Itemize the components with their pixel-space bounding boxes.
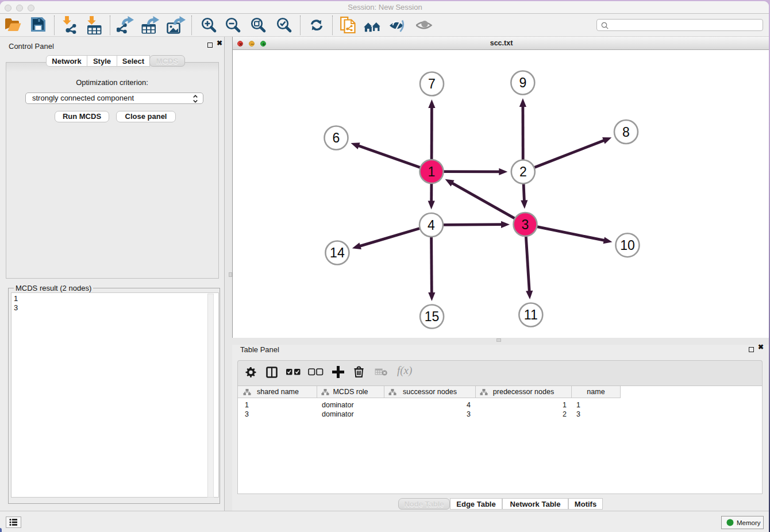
svg-text:10: 10 xyxy=(620,238,635,253)
svg-text:15: 15 xyxy=(425,309,440,324)
svg-text:14: 14 xyxy=(330,245,345,260)
svg-text:4: 4 xyxy=(428,218,435,233)
svg-text:2: 2 xyxy=(519,164,527,179)
svg-text:7: 7 xyxy=(428,76,436,91)
svg-text:f(x): f(x) xyxy=(397,365,412,377)
svg-text:9: 9 xyxy=(519,75,526,90)
svg-text:8: 8 xyxy=(622,125,630,140)
svg-text:11: 11 xyxy=(524,307,538,322)
svg-text:1: 1 xyxy=(428,164,436,179)
svg-text:3: 3 xyxy=(522,217,529,232)
svg-text:6: 6 xyxy=(333,130,340,145)
